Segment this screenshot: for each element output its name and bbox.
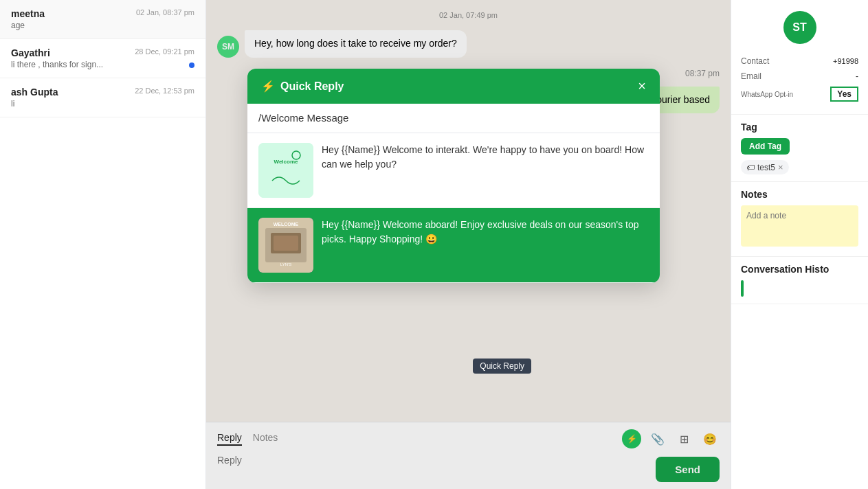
- sidebar: meetna age 02 Jan, 08:37 pm Gayathri li …: [0, 0, 206, 489]
- email-label: Email: [741, 71, 761, 81]
- whatsapp-optin-label: WhatsApp Opt-in: [741, 91, 793, 98]
- sidebar-item-name: meetna: [11, 8, 45, 19]
- modal-item-text-2: Hey {{Name}} Welcome aboard! Enjoy exclu…: [322, 218, 649, 247]
- modal-lightning-icon: ⚡: [261, 80, 275, 93]
- modal-item-image-1: Welcome: [258, 143, 313, 198]
- modal-search-input[interactable]: [258, 112, 649, 124]
- sidebar-item-preview: age: [11, 21, 45, 30]
- main-chat: 02 Jan, 07:49 pm SM Hey, how long does i…: [206, 0, 731, 489]
- svg-rect-8: [274, 236, 298, 251]
- contact-info-section: Contact +91998 Email - WhatsApp Opt-in Y…: [731, 49, 868, 115]
- modal-header: ⚡ Quick Reply ×: [247, 69, 660, 104]
- sidebar-item-name: ash Gupta: [11, 87, 58, 98]
- modal-overlay[interactable]: ⚡ Quick Reply × Welcome Hey {: [206, 0, 731, 489]
- email-field: Email -: [741, 71, 858, 81]
- notes-textarea[interactable]: [741, 205, 858, 247]
- sidebar-item-time: 28 Dec, 09:21 pm: [135, 47, 194, 56]
- contact-field: Contact +91998: [741, 56, 858, 66]
- modal-item-text-1: Hey {{Name}} Welcome to interakt. We're …: [322, 143, 649, 172]
- conv-history-label: Conversation Histo: [741, 264, 829, 275]
- contact-value: +91998: [833, 57, 858, 65]
- unread-dot: [189, 62, 194, 68]
- tag-section-title: Tag: [741, 122, 858, 133]
- tag-chip: 🏷 test5 ×: [741, 160, 789, 174]
- sidebar-item-name: Gayathri: [11, 47, 103, 58]
- sidebar-item-preview: li there , thanks for sign...: [11, 60, 103, 69]
- modal-item-image-2: WELCOME LYN'S: [258, 218, 313, 273]
- sidebar-item-time: 22 Dec, 12:53 pm: [135, 87, 194, 95]
- conversation-history-bar: [741, 280, 744, 297]
- right-panel: ST Contact +91998 Email - WhatsApp Opt-i…: [731, 0, 868, 489]
- svg-rect-0: [258, 143, 313, 198]
- tag-remove-button[interactable]: ×: [778, 162, 783, 172]
- conversation-history-section: Conversation Histo: [731, 257, 868, 304]
- svg-text:Welcome: Welcome: [274, 159, 299, 165]
- quick-reply-tooltip: Quick Reply: [473, 359, 531, 374]
- svg-text:LYN'S: LYN'S: [280, 262, 291, 266]
- whatsapp-optin-field: WhatsApp Opt-in Yes: [741, 87, 858, 102]
- contact-label: Contact: [741, 56, 769, 66]
- modal-title-text: Quick Reply: [280, 80, 344, 93]
- whatsapp-optin-value: Yes: [830, 87, 858, 102]
- contact-avatar: ST: [783, 11, 816, 44]
- modal-close-button[interactable]: ×: [638, 78, 646, 94]
- email-value: -: [856, 71, 858, 81]
- svg-text:WELCOME: WELCOME: [274, 222, 299, 227]
- add-tag-button[interactable]: Add Tag: [741, 138, 790, 155]
- modal-item-2[interactable]: WELCOME LYN'S Hey {{Name}} Welcome aboar…: [247, 208, 660, 283]
- tag-section: Tag Add Tag 🏷 test5 ×: [731, 115, 868, 182]
- modal-title: ⚡ Quick Reply: [261, 80, 344, 93]
- sidebar-item-ashgupta[interactable]: ash Gupta li 22 Dec, 12:53 pm: [0, 78, 205, 117]
- sidebar-item-meetna[interactable]: meetna age 02 Jan, 08:37 pm: [0, 0, 205, 39]
- tag-dot-icon: 🏷: [746, 163, 755, 172]
- sidebar-item-preview: li: [11, 99, 58, 109]
- modal-item-1[interactable]: Welcome Hey {{Name}} Welcome to interakt…: [247, 133, 660, 208]
- quick-reply-modal: ⚡ Quick Reply × Welcome Hey {: [247, 69, 660, 283]
- tag-name: test5: [757, 163, 775, 172]
- notes-section: Notes: [731, 182, 868, 257]
- modal-search: [247, 104, 660, 133]
- sidebar-item-gayathri[interactable]: Gayathri li there , thanks for sign... 2…: [0, 39, 205, 78]
- notes-title: Notes: [741, 189, 858, 200]
- conversation-history-title: Conversation Histo: [741, 264, 858, 275]
- sidebar-item-time: 02 Jan, 08:37 pm: [136, 8, 194, 16]
